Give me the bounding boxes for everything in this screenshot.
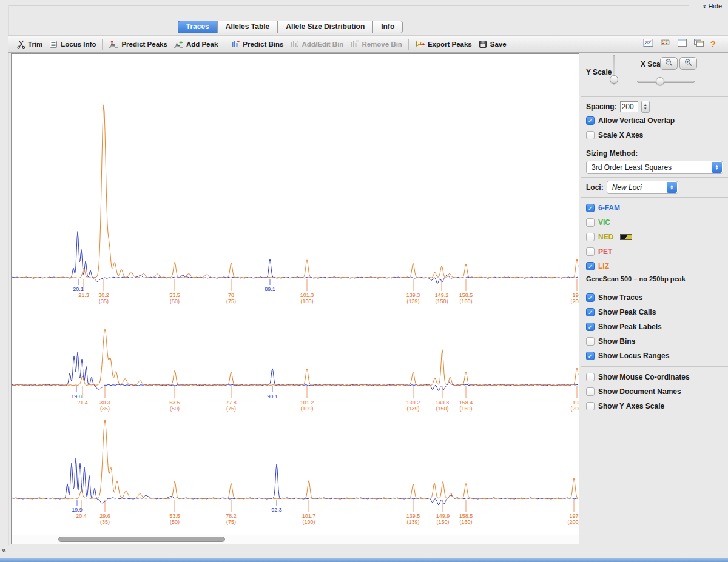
- horizontal-scrollbar-track[interactable]: [12, 535, 579, 544]
- single-window-icon[interactable]: [677, 38, 687, 50]
- ruler-icon[interactable]: [660, 38, 671, 50]
- dye-liz-checkbox[interactable]: ✓LIZ: [586, 259, 723, 273]
- export-peaks-label: Export Peaks: [428, 41, 472, 48]
- add-peak-icon: [174, 39, 184, 49]
- add-edit-bin-button[interactable]: Add/Edit Bin: [286, 38, 346, 50]
- stepper-down-icon: ▼: [644, 107, 647, 110]
- scale-x-axes-checkbox[interactable]: Scale X Axes: [586, 128, 723, 142]
- peak-bin-label: (160): [459, 298, 472, 304]
- peak-label: 101.2: [300, 400, 314, 406]
- checkbox-unchecked-icon: [586, 218, 595, 227]
- peak-label: 78: [228, 292, 234, 298]
- tab-allele-size-distribution[interactable]: Allele Size Distribution: [277, 21, 373, 33]
- dye-pet-checkbox[interactable]: PET: [586, 244, 723, 259]
- trim-button[interactable]: Trim: [13, 38, 46, 50]
- peak-bin-label: (200): [570, 298, 579, 304]
- collapse-left-button[interactable]: «: [2, 546, 6, 554]
- toolbar-right-icons: ?: [643, 38, 723, 50]
- sizing-method-select[interactable]: 3rd Order Least Squares ▲▼: [586, 161, 723, 174]
- trace-plot-area[interactable]: 20.189.121.330.2(35)53.5(50)78(75)101.3(…: [11, 53, 579, 544]
- peak-label: 53.5: [169, 513, 180, 519]
- trim-label: Trim: [28, 41, 42, 48]
- loci-label: Loci:: [586, 183, 604, 192]
- peak-bin-label: (150): [435, 298, 448, 304]
- predict-bins-button[interactable]: Predict Bins: [228, 38, 286, 50]
- checkbox-label: Show Locus Ranges: [598, 352, 669, 360]
- peak-bin-label: (35): [100, 519, 110, 525]
- zoom-in-button[interactable]: [679, 57, 697, 70]
- y-scale-label: Y Scale: [586, 68, 612, 76]
- peak-bin-label: (75): [226, 298, 236, 304]
- magnifier-minus-icon: [664, 58, 674, 69]
- predict-peaks-button[interactable]: Predict Peaks: [106, 38, 170, 50]
- left-divider: [8, 5, 9, 545]
- loci-select[interactable]: New Loci ▲▼: [607, 181, 678, 194]
- peak-label: 30.3: [99, 400, 110, 406]
- peak-bin-label: (160): [459, 406, 472, 412]
- show-traces-checkbox[interactable]: ✓Show Traces: [586, 290, 723, 305]
- x-scale-slider-thumb[interactable]: [656, 77, 664, 85]
- loci-section: Loci: New Loci ▲▼: [581, 178, 728, 198]
- add-peak-button[interactable]: Add Peak: [170, 38, 221, 50]
- show-y-axes-scale-checkbox[interactable]: Show Y Axes Scale: [586, 399, 723, 413]
- main-toolbar: Trim Locus Info Predict Peaks Add Peak P…: [8, 35, 728, 53]
- settings-sidebar: Y Scale X Scale Spacing: 200 ▲▼ ✓Allow V…: [581, 53, 728, 544]
- peak-label: 77.8: [226, 400, 237, 406]
- display-options-section: ✓Show Traces ✓Show Peak Calls ✓Show Peak…: [581, 287, 728, 367]
- peak-label: 19.8: [71, 393, 82, 400]
- allow-vertical-overlap-checkbox[interactable]: ✓Allow Vertical Overlap: [586, 113, 723, 128]
- show-mouse-coordinates-checkbox[interactable]: Show Mouse Co-ordinates: [586, 370, 723, 384]
- tab-info[interactable]: Info: [372, 21, 403, 33]
- peak-bin-label: (200): [567, 519, 579, 525]
- x-scale-slider[interactable]: [637, 76, 695, 86]
- checkbox-label: Show Peak Labels: [598, 323, 662, 331]
- show-document-names-checkbox[interactable]: Show Document Names: [586, 384, 723, 399]
- show-peak-labels-checkbox[interactable]: ✓Show Peak Labels: [586, 319, 723, 334]
- tab-alleles-table[interactable]: Alleles Table: [217, 21, 278, 33]
- zoom-out-button[interactable]: [660, 57, 678, 70]
- show-peak-calls-checkbox[interactable]: ✓Show Peak Calls: [586, 305, 723, 319]
- peak-bin-label: (100): [300, 298, 313, 304]
- report-icon[interactable]: [643, 38, 654, 50]
- cascade-windows-icon[interactable]: [693, 38, 704, 50]
- show-locus-ranges-checkbox[interactable]: ✓Show Locus Ranges: [586, 349, 723, 363]
- peak-label: 197: [569, 513, 578, 519]
- dye-6fam-checkbox[interactable]: ✓6-FAM: [586, 201, 723, 215]
- save-button[interactable]: Save: [475, 38, 510, 50]
- save-icon: [478, 39, 488, 49]
- peak-bin-label: (139): [406, 298, 419, 304]
- dye-vic-checkbox[interactable]: VIC: [586, 215, 723, 230]
- y-scale-slider-thumb[interactable]: [610, 75, 618, 84]
- export-peaks-button[interactable]: Export Peaks: [412, 38, 475, 50]
- magnifier-plus-icon: [684, 58, 693, 69]
- locus-info-icon: [49, 39, 58, 49]
- checkbox-label: Allow Vertical Overlap: [598, 116, 675, 125]
- toolbar-separator: [224, 39, 224, 50]
- peak-label: 198: [572, 400, 579, 406]
- peak-label: 101.3: [300, 292, 314, 298]
- peak-label: 92.3: [271, 507, 282, 513]
- show-bins-checkbox[interactable]: Show Bins: [586, 334, 723, 349]
- peak-label: 149.2: [435, 292, 449, 298]
- checkbox-label: NED: [598, 233, 613, 241]
- checkbox-label: VIC: [598, 218, 610, 227]
- top-divider: [8, 5, 689, 6]
- spacing-stepper[interactable]: ▲▼: [641, 101, 650, 113]
- help-button[interactable]: ?: [710, 39, 716, 49]
- spacing-row: Spacing: 200 ▲▼: [586, 100, 723, 113]
- sizing-method-section: Sizing Method: 3rd Order Least Squares ▲…: [581, 146, 728, 178]
- locus-info-button[interactable]: Locus Info: [46, 38, 99, 50]
- checkbox-label: LIZ: [598, 262, 609, 270]
- combo-arrows-icon: ▲▼: [667, 182, 677, 193]
- hide-panel-button[interactable]: » Hide: [703, 2, 722, 10]
- peak-bin-label: (160): [459, 519, 472, 525]
- tab-traces[interactable]: Traces: [178, 21, 218, 33]
- remove-bin-button[interactable]: Remove Bin: [346, 38, 405, 50]
- dye-ned-checkbox[interactable]: NED: [586, 230, 723, 244]
- remove-bin-label: Remove Bin: [362, 41, 402, 48]
- y-scale-slider[interactable]: [609, 55, 619, 87]
- horizontal-scrollbar-thumb[interactable]: [58, 537, 225, 542]
- spacing-input[interactable]: 200: [620, 101, 638, 112]
- peak-label: 149.8: [436, 400, 450, 406]
- peak-label: 158.5: [459, 513, 473, 519]
